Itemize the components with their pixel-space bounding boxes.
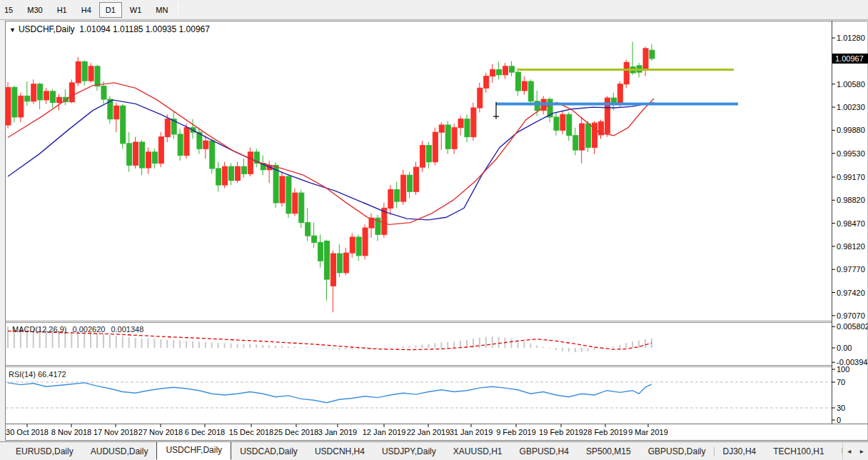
macd-label: MACD(12,26,9) <box>12 325 66 334</box>
date-axis-label: 28 Feb 2019 <box>583 428 627 436</box>
candle-bear <box>465 119 470 137</box>
tab-GBPUSD-Daily[interactable]: GBPUSD,Daily <box>640 444 715 460</box>
date-axis-label: 22 Jan 2019 <box>407 428 450 436</box>
chart-background <box>5 21 868 441</box>
candle-bull <box>235 166 240 180</box>
candle-bull <box>452 128 457 149</box>
candle-bear <box>586 124 591 147</box>
timeframe-button-15[interactable]: 15 <box>2 2 19 18</box>
candle-bull <box>458 119 463 128</box>
candle-bear <box>306 223 311 236</box>
candle-bear <box>408 175 413 191</box>
chart-title: ▼USDCHF,Daily 1.01094 1.01185 1.00935 1.… <box>9 24 210 34</box>
candle-bear <box>497 69 502 74</box>
candle-bull <box>643 49 648 70</box>
candle-bull <box>56 97 61 102</box>
candle-bear <box>51 91 56 103</box>
timeframe-button-D1[interactable]: D1 <box>99 2 122 18</box>
macd-label-row: MACD(12,26,9) 0.002620 0.001348 <box>9 325 143 334</box>
rsi-axis-label: 70 <box>837 378 845 386</box>
tab-AUDUSD-Daily[interactable]: AUDUSD,Daily <box>82 444 157 460</box>
rsi-label-row: RSI(14) 66.4172 <box>9 370 66 379</box>
candle-bull <box>580 124 585 150</box>
date-axis-label: 9 Feb 2019 <box>496 428 536 436</box>
candle-bear <box>210 141 215 169</box>
date-axis-label: 19 Feb 2019 <box>539 428 583 436</box>
candle-bull <box>248 152 253 174</box>
tab-scroll-right-icon[interactable]: ▸ <box>860 447 864 455</box>
candle-bull <box>560 114 565 130</box>
tab-XAUUSD-H1[interactable]: XAUUSD,H1 <box>445 444 511 460</box>
date-axis-label: 30 Oct 2018 <box>6 428 49 436</box>
tab-USDCAD-Daily[interactable]: USDCAD,Daily <box>231 444 306 460</box>
rsi-axis-label: 30 <box>837 404 845 412</box>
timeframe-button-H4[interactable]: H4 <box>75 2 98 18</box>
timeframe-button-H1[interactable]: H1 <box>51 2 74 18</box>
candle-bear <box>121 106 126 144</box>
timeframe-button-W1[interactable]: W1 <box>123 2 148 18</box>
candle-bear <box>95 66 100 86</box>
candle-bull <box>343 253 348 273</box>
timeframe-toolbar: 15M30H1H4D1W1MN <box>0 0 868 20</box>
price-axis-label: 1.01280 <box>837 34 865 42</box>
price-axis-label: 0.97420 <box>837 289 865 297</box>
date-axis-label: 17 Nov 2018 <box>94 428 138 436</box>
candle-bear <box>515 72 520 91</box>
candle-bear <box>650 50 655 59</box>
price-axis-label: 1.00230 <box>837 103 865 111</box>
candle-bull <box>350 237 355 253</box>
candle-bull <box>280 176 285 203</box>
price-axis-label: 0.98470 <box>837 219 865 228</box>
tab-TECH100-H1[interactable]: TECH100,H1 <box>764 444 832 460</box>
price-axis-label: 0.98820 <box>837 196 865 204</box>
tab-EURUSD-Daily[interactable]: EURUSD,Daily <box>7 444 82 460</box>
timeframe-button-MN[interactable]: MN <box>149 2 174 18</box>
chart-tab-bar: EURUSD,DailyAUDUSD,DailyUSDCHF,DailyUSDC… <box>0 441 868 460</box>
candle-bull <box>69 83 74 102</box>
candle-bull <box>388 189 393 208</box>
tab-USDJPY-Daily[interactable]: USDJPY,Daily <box>373 444 445 460</box>
chart-canvas[interactable] <box>5 21 868 441</box>
candle-bear <box>241 166 246 174</box>
candle-bear <box>395 189 400 201</box>
tab-GBPUSD-H4[interactable]: GBPUSD,H4 <box>511 444 577 460</box>
candle-bear <box>528 81 533 101</box>
timeframe-button-M30[interactable]: M30 <box>21 2 49 18</box>
candle-bear <box>38 84 43 100</box>
candle-bull <box>363 228 368 256</box>
tab-USDCHF-Daily[interactable]: USDCHF,Daily <box>156 441 231 460</box>
candle-bull <box>165 119 170 137</box>
macd-axis-label: 0.00 <box>837 344 852 352</box>
tab-scroll-left-icon[interactable]: ◂ <box>847 447 851 455</box>
date-axis-label: 12 Jan 2019 <box>363 428 406 436</box>
candle-bear <box>426 146 431 162</box>
candle-bear <box>554 117 559 130</box>
candle-bull <box>223 166 228 185</box>
candle-bull <box>293 193 298 214</box>
candle-bull <box>484 76 489 89</box>
candle-bull <box>114 106 119 119</box>
chart-dropdown-icon[interactable]: ▼ <box>9 26 16 34</box>
macd-signal-value: 0.001348 <box>111 325 143 334</box>
candle-bull <box>414 167 419 191</box>
candle-bear <box>445 125 450 149</box>
candle-bull <box>44 91 49 100</box>
tab-USDCNH-H4[interactable]: USDCNH,H4 <box>306 444 373 460</box>
tab-DJ30-H4[interactable]: DJ30,H4 <box>715 444 765 460</box>
candle-bull <box>617 84 622 104</box>
price-axis-label: 0.97070 <box>837 311 865 320</box>
date-axis-label: 3 Jan 2019 <box>318 428 357 436</box>
candle-bull <box>158 137 163 164</box>
candle-bull <box>503 66 508 75</box>
candle-bull <box>31 84 36 101</box>
date-axis-label: 15 Dec 2018 <box>229 428 273 436</box>
candle-bull <box>433 132 438 162</box>
candle-bull <box>478 88 483 108</box>
chart-symbol-label: USDCHF,Daily <box>19 24 75 34</box>
price-axis-label: 0.99530 <box>837 149 865 158</box>
price-axis-label: 0.98120 <box>837 242 865 251</box>
candle-bear <box>299 193 304 223</box>
rsi-value: 66.4172 <box>38 370 66 379</box>
tab-SP500-M15[interactable]: SP500,M15 <box>577 444 640 460</box>
chart-window[interactable]: ▼USDCHF,Daily 1.01094 1.01185 1.00935 1.… <box>5 21 868 441</box>
